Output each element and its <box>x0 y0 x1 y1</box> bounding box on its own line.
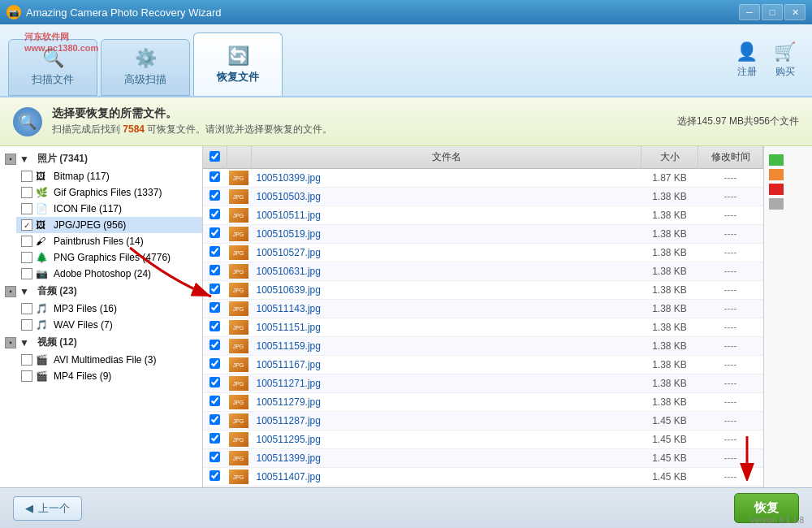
minimize-button[interactable]: ─ <box>739 4 760 20</box>
row-size: 1.38 KB <box>641 356 698 374</box>
icon-checkbox[interactable] <box>21 203 32 214</box>
file-table: 文件名 大小 修改时间 JPG 100510399.jpg 1.87 KB --… <box>203 146 763 487</box>
table-row[interactable]: JPG 100510519.jpg 1.38 KB ---- <box>203 225 763 244</box>
video-checkbox[interactable]: ▪ <box>5 337 16 348</box>
row-checkbox[interactable] <box>209 396 220 406</box>
row-check[interactable] <box>203 374 227 393</box>
buy-button[interactable]: 🛒 购买 <box>774 41 796 79</box>
row-checkbox[interactable] <box>209 190 220 201</box>
table-row[interactable]: JPG 100510639.jpg 1.38 KB ---- <box>203 281 763 300</box>
photos-checkbox[interactable]: ▪ <box>5 154 16 165</box>
row-checkbox[interactable] <box>209 246 220 257</box>
row-check[interactable] <box>203 281 227 300</box>
tree-item-photoshop[interactable]: 📷 Adobe Photoshop (24) <box>16 266 202 282</box>
select-all-checkbox[interactable] <box>209 151 220 162</box>
tree-item-jpg[interactable]: ✓ 🖼 JPG/JPEG (956) <box>16 217 202 233</box>
table-row[interactable]: JPG 100510527.jpg 1.38 KB ---- <box>203 244 763 262</box>
paintbrush-checkbox[interactable] <box>21 236 32 247</box>
row-check[interactable] <box>203 206 227 225</box>
row-check[interactable] <box>203 300 227 318</box>
mp3-checkbox[interactable] <box>21 303 32 314</box>
row-checkbox[interactable] <box>209 433 220 444</box>
tree-item-png[interactable]: 🌲 PNG Graphics Files (4776) <box>16 249 202 266</box>
register-icon: 👤 <box>736 41 758 63</box>
tree-item-bitmap[interactable]: 🖼 Bitmap (117) <box>16 168 202 184</box>
table-row[interactable]: JPG 100511287.jpg 1.45 KB ---- <box>203 412 763 431</box>
row-check[interactable] <box>203 244 227 262</box>
register-button[interactable]: 👤 注册 <box>736 41 758 79</box>
row-filename: 100510631.jpg <box>252 262 641 281</box>
row-checkbox[interactable] <box>209 171 220 182</box>
row-checkbox[interactable] <box>209 283 220 294</box>
row-checkbox[interactable] <box>209 470 220 481</box>
table-row[interactable]: JPG 100510503.jpg 1.38 KB ---- <box>203 188 763 206</box>
tree-item-paintbrush[interactable]: 🖌 Paintbrush Files (14) <box>16 233 202 249</box>
back-button[interactable]: ◀ 上一个 <box>13 496 82 521</box>
table-row[interactable]: JPG 100511151.jpg 1.38 KB ---- <box>203 318 763 337</box>
row-size: 1.38 KB <box>641 281 698 300</box>
audio-checkbox[interactable]: ▪ <box>5 286 16 297</box>
row-check[interactable] <box>203 169 227 188</box>
table-row[interactable]: JPG 100511159.jpg 1.38 KB ---- <box>203 337 763 356</box>
close-button[interactable]: ✕ <box>784 4 806 20</box>
row-checkbox[interactable] <box>209 321 220 331</box>
row-checkbox[interactable] <box>209 340 220 350</box>
tab-restore[interactable]: 🔄 恢复文件 <box>193 32 283 96</box>
tree-item-gif[interactable]: 🌿 Gif Graphics Files (1337) <box>16 184 202 201</box>
row-checkbox[interactable] <box>209 209 220 219</box>
tree-category-video[interactable]: ▪ ▼ 视频 (12) <box>0 333 202 352</box>
tree-item-avi[interactable]: 🎬 AVI Multimedias File (3) <box>16 352 202 368</box>
row-checkbox[interactable] <box>209 358 220 369</box>
tab-advanced[interactable]: ⚙️ 高级扫描 <box>101 39 190 96</box>
row-check[interactable] <box>203 393 227 412</box>
table-row[interactable]: JPG 100511143.jpg 1.38 KB ---- <box>203 300 763 318</box>
row-check[interactable] <box>203 225 227 244</box>
row-date: ---- <box>698 188 763 206</box>
avi-checkbox[interactable] <box>21 354 32 366</box>
wav-checkbox[interactable] <box>21 319 32 331</box>
row-check[interactable] <box>203 468 227 487</box>
table-row[interactable]: JPG 100511399.jpg 1.45 KB ---- <box>203 449 763 468</box>
row-size: 1.45 KB <box>641 468 698 487</box>
tree-item-mp3[interactable]: 🎵 MP3 Files (16) <box>16 301 202 317</box>
row-date: ---- <box>698 374 763 393</box>
row-check[interactable] <box>203 412 227 431</box>
row-check[interactable] <box>203 188 227 206</box>
tree-category-audio[interactable]: ▪ ▼ 音频 (23) <box>0 282 202 301</box>
table-row[interactable]: JPG 100511295.jpg 1.45 KB ---- <box>203 431 763 449</box>
row-check[interactable] <box>203 337 227 356</box>
row-checkbox[interactable] <box>209 377 220 387</box>
row-check[interactable] <box>203 356 227 374</box>
file-list-scroll[interactable]: 文件名 大小 修改时间 JPG 100510399.jpg 1.87 KB --… <box>203 146 763 487</box>
tree-item-wav[interactable]: 🎵 WAV Files (7) <box>16 317 202 333</box>
row-checkbox[interactable] <box>209 265 220 275</box>
png-checkbox[interactable] <box>21 252 32 263</box>
restore-button[interactable]: □ <box>762 4 783 20</box>
bitmap-checkbox[interactable] <box>21 171 32 182</box>
main-content: ▪ ▼ 照片 (7341) 🖼 Bitmap (117) 🌿 Gif Graph… <box>0 146 812 487</box>
table-row[interactable]: JPG 100510399.jpg 1.87 KB ---- <box>203 169 763 188</box>
tree-category-photos[interactable]: ▪ ▼ 照片 (7341) <box>0 149 202 168</box>
tree-item-icon-file[interactable]: 📄 ICON File (117) <box>16 201 202 217</box>
row-check[interactable] <box>203 262 227 281</box>
table-row[interactable]: JPG 100511407.jpg 1.45 KB ---- <box>203 468 763 487</box>
row-checkbox[interactable] <box>209 227 220 238</box>
table-row[interactable]: JPG 100510631.jpg 1.38 KB ---- <box>203 262 763 281</box>
row-size: 1.38 KB <box>641 337 698 356</box>
photoshop-checkbox[interactable] <box>21 268 32 279</box>
row-checkbox[interactable] <box>209 452 220 462</box>
tree-item-mp4[interactable]: 🎬 MP4 Files (9) <box>16 368 202 384</box>
row-thumb: JPG <box>227 356 252 374</box>
table-row[interactable]: JPG 100510511.jpg 1.38 KB ---- <box>203 206 763 225</box>
mp4-checkbox[interactable] <box>21 370 32 382</box>
gif-checkbox[interactable] <box>21 187 32 198</box>
table-row[interactable]: JPG 100511167.jpg 1.38 KB ---- <box>203 356 763 374</box>
table-row[interactable]: JPG 100511271.jpg 1.38 KB ---- <box>203 374 763 393</box>
row-checkbox[interactable] <box>209 414 220 425</box>
table-row[interactable]: JPG 100511279.jpg 1.38 KB ---- <box>203 393 763 412</box>
row-check[interactable] <box>203 431 227 449</box>
jpg-checkbox[interactable]: ✓ <box>21 219 32 231</box>
row-check[interactable] <box>203 318 227 337</box>
row-check[interactable] <box>203 449 227 468</box>
row-checkbox[interactable] <box>209 302 220 313</box>
